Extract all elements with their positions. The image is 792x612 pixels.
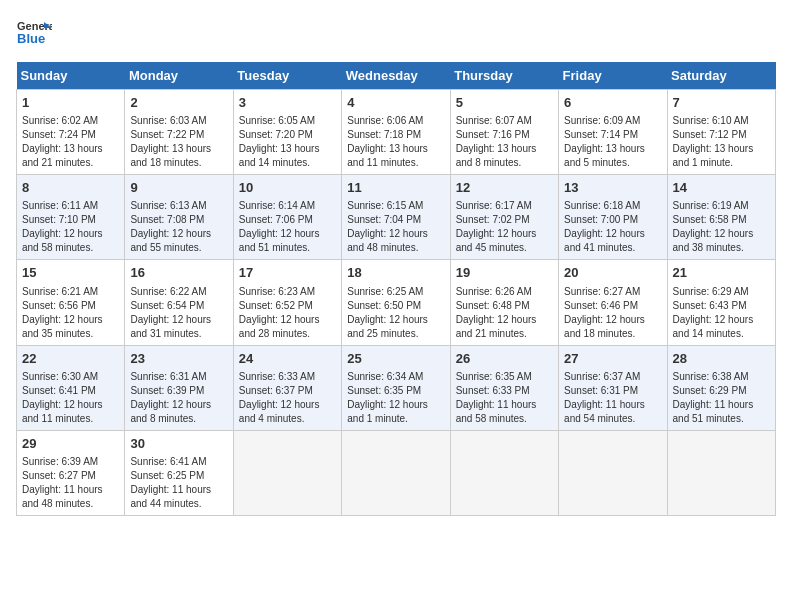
day-number: 3 [239,94,336,112]
day-info: Sunrise: 6:17 AM Sunset: 7:02 PM Dayligh… [456,199,553,255]
day-info: Sunrise: 6:34 AM Sunset: 6:35 PM Dayligh… [347,370,444,426]
day-number: 27 [564,350,661,368]
calendar-cell: 7Sunrise: 6:10 AM Sunset: 7:12 PM Daylig… [667,90,775,175]
calendar-cell: 9Sunrise: 6:13 AM Sunset: 7:08 PM Daylig… [125,175,233,260]
calendar-cell [450,430,558,515]
day-number: 23 [130,350,227,368]
day-info: Sunrise: 6:27 AM Sunset: 6:46 PM Dayligh… [564,285,661,341]
day-info: Sunrise: 6:38 AM Sunset: 6:29 PM Dayligh… [673,370,770,426]
day-number: 28 [673,350,770,368]
page-header: General Blue [16,16,776,52]
calendar-cell: 18Sunrise: 6:25 AM Sunset: 6:50 PM Dayli… [342,260,450,345]
calendar-cell: 10Sunrise: 6:14 AM Sunset: 7:06 PM Dayli… [233,175,341,260]
calendar-cell: 29Sunrise: 6:39 AM Sunset: 6:27 PM Dayli… [17,430,125,515]
day-info: Sunrise: 6:03 AM Sunset: 7:22 PM Dayligh… [130,114,227,170]
day-info: Sunrise: 6:14 AM Sunset: 7:06 PM Dayligh… [239,199,336,255]
calendar-cell [233,430,341,515]
weekday-header: Wednesday [342,62,450,90]
day-info: Sunrise: 6:26 AM Sunset: 6:48 PM Dayligh… [456,285,553,341]
weekday-header: Monday [125,62,233,90]
day-info: Sunrise: 6:18 AM Sunset: 7:00 PM Dayligh… [564,199,661,255]
logo-svg: General Blue [16,16,52,52]
day-number: 21 [673,264,770,282]
calendar-cell: 1Sunrise: 6:02 AM Sunset: 7:24 PM Daylig… [17,90,125,175]
day-number: 10 [239,179,336,197]
day-info: Sunrise: 6:22 AM Sunset: 6:54 PM Dayligh… [130,285,227,341]
day-info: Sunrise: 6:25 AM Sunset: 6:50 PM Dayligh… [347,285,444,341]
day-info: Sunrise: 6:09 AM Sunset: 7:14 PM Dayligh… [564,114,661,170]
calendar-cell: 27Sunrise: 6:37 AM Sunset: 6:31 PM Dayli… [559,345,667,430]
day-info: Sunrise: 6:06 AM Sunset: 7:18 PM Dayligh… [347,114,444,170]
day-info: Sunrise: 6:39 AM Sunset: 6:27 PM Dayligh… [22,455,119,511]
calendar-cell: 25Sunrise: 6:34 AM Sunset: 6:35 PM Dayli… [342,345,450,430]
svg-text:Blue: Blue [17,31,45,46]
day-number: 13 [564,179,661,197]
day-info: Sunrise: 6:30 AM Sunset: 6:41 PM Dayligh… [22,370,119,426]
day-info: Sunrise: 6:10 AM Sunset: 7:12 PM Dayligh… [673,114,770,170]
day-info: Sunrise: 6:05 AM Sunset: 7:20 PM Dayligh… [239,114,336,170]
calendar-table: SundayMondayTuesdayWednesdayThursdayFrid… [16,62,776,516]
weekday-header: Saturday [667,62,775,90]
calendar-cell: 11Sunrise: 6:15 AM Sunset: 7:04 PM Dayli… [342,175,450,260]
calendar-cell: 21Sunrise: 6:29 AM Sunset: 6:43 PM Dayli… [667,260,775,345]
day-number: 25 [347,350,444,368]
calendar-cell: 15Sunrise: 6:21 AM Sunset: 6:56 PM Dayli… [17,260,125,345]
calendar-cell: 22Sunrise: 6:30 AM Sunset: 6:41 PM Dayli… [17,345,125,430]
day-number: 26 [456,350,553,368]
calendar-cell: 19Sunrise: 6:26 AM Sunset: 6:48 PM Dayli… [450,260,558,345]
calendar-cell: 28Sunrise: 6:38 AM Sunset: 6:29 PM Dayli… [667,345,775,430]
day-number: 8 [22,179,119,197]
day-number: 15 [22,264,119,282]
day-info: Sunrise: 6:31 AM Sunset: 6:39 PM Dayligh… [130,370,227,426]
day-info: Sunrise: 6:21 AM Sunset: 6:56 PM Dayligh… [22,285,119,341]
day-number: 6 [564,94,661,112]
calendar-cell: 16Sunrise: 6:22 AM Sunset: 6:54 PM Dayli… [125,260,233,345]
day-number: 2 [130,94,227,112]
calendar-cell: 14Sunrise: 6:19 AM Sunset: 6:58 PM Dayli… [667,175,775,260]
day-number: 18 [347,264,444,282]
day-number: 19 [456,264,553,282]
calendar-cell: 26Sunrise: 6:35 AM Sunset: 6:33 PM Dayli… [450,345,558,430]
day-info: Sunrise: 6:13 AM Sunset: 7:08 PM Dayligh… [130,199,227,255]
day-info: Sunrise: 6:41 AM Sunset: 6:25 PM Dayligh… [130,455,227,511]
weekday-header: Sunday [17,62,125,90]
day-info: Sunrise: 6:15 AM Sunset: 7:04 PM Dayligh… [347,199,444,255]
calendar-cell [342,430,450,515]
logo: General Blue [16,16,52,52]
calendar-cell [559,430,667,515]
weekday-header: Thursday [450,62,558,90]
day-number: 1 [22,94,119,112]
day-number: 4 [347,94,444,112]
day-number: 30 [130,435,227,453]
calendar-cell: 8Sunrise: 6:11 AM Sunset: 7:10 PM Daylig… [17,175,125,260]
day-number: 24 [239,350,336,368]
day-info: Sunrise: 6:33 AM Sunset: 6:37 PM Dayligh… [239,370,336,426]
day-info: Sunrise: 6:11 AM Sunset: 7:10 PM Dayligh… [22,199,119,255]
day-number: 16 [130,264,227,282]
calendar-cell: 3Sunrise: 6:05 AM Sunset: 7:20 PM Daylig… [233,90,341,175]
calendar-cell: 4Sunrise: 6:06 AM Sunset: 7:18 PM Daylig… [342,90,450,175]
calendar-cell: 2Sunrise: 6:03 AM Sunset: 7:22 PM Daylig… [125,90,233,175]
calendar-cell: 24Sunrise: 6:33 AM Sunset: 6:37 PM Dayli… [233,345,341,430]
day-number: 9 [130,179,227,197]
calendar-cell: 12Sunrise: 6:17 AM Sunset: 7:02 PM Dayli… [450,175,558,260]
calendar-cell: 17Sunrise: 6:23 AM Sunset: 6:52 PM Dayli… [233,260,341,345]
day-number: 5 [456,94,553,112]
day-info: Sunrise: 6:23 AM Sunset: 6:52 PM Dayligh… [239,285,336,341]
day-info: Sunrise: 6:29 AM Sunset: 6:43 PM Dayligh… [673,285,770,341]
day-info: Sunrise: 6:37 AM Sunset: 6:31 PM Dayligh… [564,370,661,426]
calendar-cell [667,430,775,515]
day-info: Sunrise: 6:07 AM Sunset: 7:16 PM Dayligh… [456,114,553,170]
calendar-cell: 23Sunrise: 6:31 AM Sunset: 6:39 PM Dayli… [125,345,233,430]
day-number: 12 [456,179,553,197]
day-number: 14 [673,179,770,197]
day-info: Sunrise: 6:35 AM Sunset: 6:33 PM Dayligh… [456,370,553,426]
day-number: 20 [564,264,661,282]
calendar-cell: 6Sunrise: 6:09 AM Sunset: 7:14 PM Daylig… [559,90,667,175]
day-number: 22 [22,350,119,368]
day-info: Sunrise: 6:19 AM Sunset: 6:58 PM Dayligh… [673,199,770,255]
day-info: Sunrise: 6:02 AM Sunset: 7:24 PM Dayligh… [22,114,119,170]
day-number: 17 [239,264,336,282]
weekday-header: Friday [559,62,667,90]
calendar-cell: 5Sunrise: 6:07 AM Sunset: 7:16 PM Daylig… [450,90,558,175]
